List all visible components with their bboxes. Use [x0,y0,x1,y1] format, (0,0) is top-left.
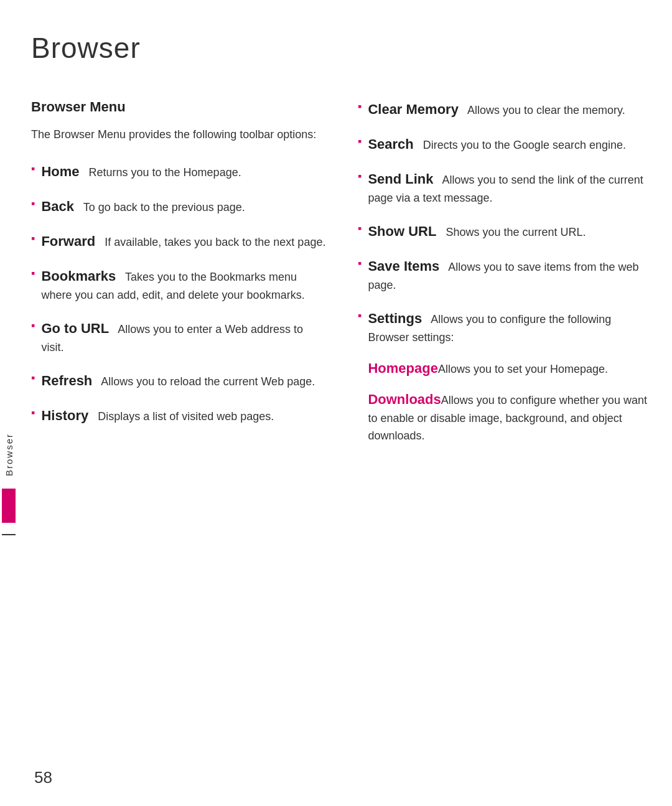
list-item: ▪ Bookmarks Takes you to the Bookmarks m… [31,266,327,304]
list-item: ▪ Forward If available, takes you back t… [31,231,327,252]
main-content: Browser Browser Menu The Browser Menu pr… [31,31,653,756]
bullet-icon: ▪ [31,163,35,182]
list-item: ▪ History Displays a list of visited web… [31,405,327,426]
settings-homepage-term: Homepage [368,360,437,376]
list-item: ▪ Settings Allows you to configure the f… [358,308,653,455]
item-content: Search Directs you to the Google search … [368,134,626,155]
list-item: ▪ Go to URL Allows you to enter a Web ad… [31,318,327,357]
homepage-desc: Allows you to set your Homepage. [438,363,608,375]
list-item: ▪ Back To go back to the previous page. [31,196,327,217]
item-content: Clear Memory Allows you to clear the mem… [368,99,625,120]
bullet-icon: ▪ [358,258,362,294]
item-content: Refresh Allows you to reload the current… [41,370,315,391]
side-tab-line [2,534,16,535]
item-content: Show URL Shows you the current URL. [368,221,586,242]
bullet-icon: ▪ [358,171,362,207]
item-term: Settings [368,311,422,326]
bullet-icon: ▪ [31,372,35,391]
item-term: Show URL [368,223,436,239]
list-item: ▪ Home Returns you to the Homepage. [31,161,327,182]
settings-sub-item: HomepageAllows you to set your Homepage. [368,358,653,379]
item-term: Refresh [41,373,92,388]
item-term: Back [41,199,74,214]
item-term: Save Items [368,258,439,274]
item-content: Bookmarks Takes you to the Bookmarks men… [41,266,327,304]
item-content: Forward If available, takes you back to … [41,231,325,252]
right-column: ▪ Clear Memory Allows you to clear the m… [358,99,653,469]
bullet-icon: ▪ [358,136,362,155]
bullet-icon: ▪ [358,310,362,455]
side-tab: Browser [0,299,17,560]
side-tab-label: Browser [4,433,14,476]
content-columns: Browser Menu The Browser Menu provides t… [31,99,653,469]
item-term: Bookmarks [41,268,116,284]
bullet-icon: ▪ [358,223,362,242]
bullet-icon: ▪ [31,233,35,252]
left-menu-list: ▪ Home Returns you to the Homepage. ▪ Ba… [31,161,327,426]
page-title: Browser [31,31,653,65]
item-term: Go to URL [41,321,109,336]
item-content: Settings Allows you to configure the fol… [368,308,653,455]
item-term: Home [41,164,79,179]
bullet-icon: ▪ [31,268,35,304]
settings-downloads-term: Downloads [368,391,441,407]
item-content: Send Link Allows you to send the link of… [368,169,653,207]
right-menu-list: ▪ Clear Memory Allows you to clear the m… [358,99,653,455]
intro-text: The Browser Menu provides the following … [31,126,327,144]
list-item: ▪ Send Link Allows you to send the link … [358,169,653,207]
settings-sub: HomepageAllows you to set your Homepage.… [368,358,653,445]
item-term: Search [368,136,413,152]
settings-sub-item: DownloadsAllows you to configure whether… [368,389,653,445]
item-content: History Displays a list of visited web p… [41,405,274,426]
list-item: ▪ Save Items Allows you to save items fr… [358,256,653,294]
bullet-icon: ▪ [358,101,362,120]
list-item: ▪ Clear Memory Allows you to clear the m… [358,99,653,120]
item-content: Home Returns you to the Homepage. [41,161,241,182]
item-content: Save Items Allows you to save items from… [368,256,653,294]
section-heading: Browser Menu [31,99,327,115]
bullet-icon: ▪ [31,198,35,217]
item-term: Clear Memory [368,101,459,117]
list-item: ▪ Show URL Shows you the current URL. [358,221,653,242]
item-content: Go to URL Allows you to enter a Web addr… [41,318,327,357]
item-term: History [41,408,88,423]
bullet-icon: ▪ [31,407,35,426]
list-item: ▪ Refresh Allows you to reload the curre… [31,370,327,391]
page-number: 58 [34,768,52,787]
page-container: Browser 58 Browser Browser Menu The Brow… [0,0,672,806]
side-tab-bar [2,489,16,523]
bullet-icon: ▪ [31,320,35,357]
list-item: ▪ Search Directs you to the Google searc… [358,134,653,155]
item-content: Back To go back to the previous page. [41,196,245,217]
left-column: Browser Menu The Browser Menu provides t… [31,99,327,469]
item-term: Send Link [368,171,433,187]
item-term: Forward [41,233,95,249]
